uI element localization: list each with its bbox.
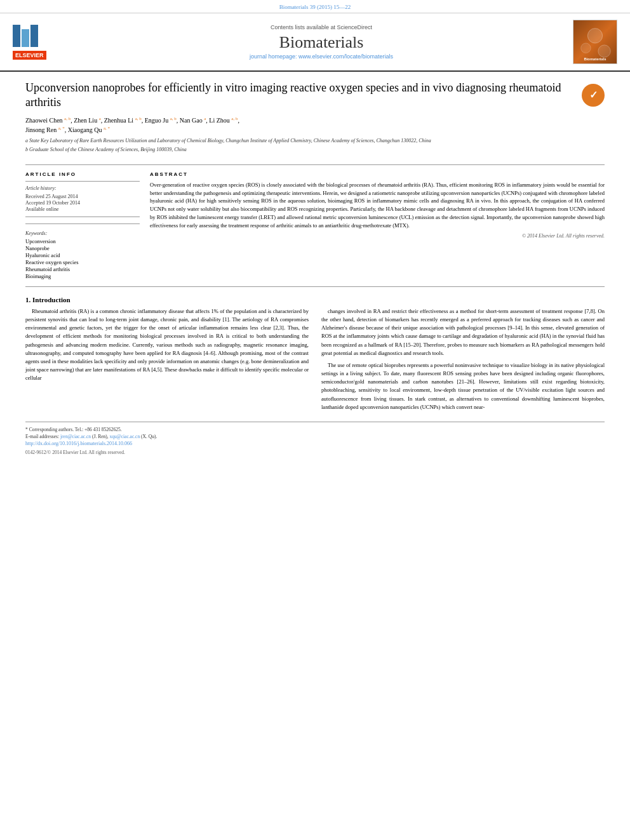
- elsevier-wordmark: ELSEVIER: [13, 51, 46, 60]
- intro-right-paragraph-2: The use of remote optical bioprobes repr…: [321, 361, 605, 411]
- intro-left-paragraph: Rheumatoid arthritis (RA) is a common ch…: [25, 307, 309, 383]
- article-main-title: Upconversion nanoprobes for efficiently …: [25, 81, 575, 110]
- article-title-text: Upconversion nanoprobes for efficiently …: [25, 81, 575, 154]
- affiliation-a: a State Key Laboratory of Rare Earth Res…: [25, 137, 575, 144]
- biomaterials-journal-cover: Biomaterials: [573, 20, 617, 64]
- intro-right-col: changes involved in RA and restrict thei…: [321, 307, 605, 415]
- keyword-1: Upconversion: [25, 238, 140, 244]
- journal-title: Biomaterials: [76, 33, 566, 52]
- introduction-title: 1. Introduction: [25, 296, 605, 303]
- svg-point-2: [581, 43, 591, 53]
- journal-homepage[interactable]: journal homepage: www.elsevier.com/locat…: [76, 53, 566, 60]
- history-label: Article history:: [25, 185, 140, 191]
- svg-point-3: [598, 45, 610, 57]
- elsevier-bars-decoration: [13, 25, 76, 47]
- journal-volume-ref: Biomaterials 39 (2015) 15—22: [279, 4, 351, 10]
- footnote-area: * Corresponding authors. Tel.: +86 431 8…: [25, 422, 605, 457]
- section-title: Introduction: [32, 296, 70, 303]
- article-info-header: article info: [25, 171, 140, 177]
- accepted-date: Accepted 19 October 2014: [25, 200, 140, 206]
- elsevier-bar-2: [22, 29, 29, 47]
- crossmark-icon: ✓: [582, 84, 605, 107]
- elsevier-bar-3: [30, 25, 38, 47]
- article-info-abstract: article info Article history: Received 2…: [25, 171, 605, 280]
- article-title-section: Upconversion nanoprobes for efficiently …: [25, 81, 605, 158]
- email-2[interactable]: xqu@ciac.ac.cn: [109, 434, 140, 439]
- issn-line: 0142-9612/© 2014 Elsevier Ltd. All right…: [25, 449, 605, 456]
- email-1-name: (J. Ren),: [92, 434, 110, 439]
- abstract-header: abstract: [150, 171, 605, 177]
- available-online: Available online: [25, 206, 140, 212]
- keyword-5: Rheumatoid arthritis: [25, 266, 140, 272]
- keywords-label: Keywords:: [25, 230, 140, 236]
- journal-header: ELSEVIER Contents lists available at Sci…: [0, 13, 630, 72]
- keyword-4: Reactive oxygen species: [25, 259, 140, 265]
- doi-link[interactable]: http://dx.doi.org/10.1016/j.biomaterials…: [25, 440, 605, 448]
- left-column: article info Article history: Received 2…: [25, 171, 140, 280]
- intro-right-paragraph-1: changes involved in RA and restrict thei…: [321, 307, 605, 357]
- article-history-box: Article history: Received 25 August 2014…: [25, 181, 140, 217]
- email-1[interactable]: jren@ciac.ac.cn: [60, 434, 91, 439]
- elsevier-bar-1: [13, 25, 20, 47]
- section-number: 1.: [25, 296, 30, 303]
- right-column: abstract Over-generation of reactive oxy…: [150, 171, 605, 280]
- contents-label: Contents lists available at ScienceDirec…: [271, 24, 372, 30]
- keyword-2: Nanoprobe: [25, 245, 140, 251]
- abstract-divider: [25, 286, 605, 287]
- introduction-section: 1. Introduction Rheumatoid arthritis (RA…: [25, 296, 605, 415]
- sciencedirect-line: Contents lists available at ScienceDirec…: [76, 24, 566, 30]
- affiliation-b: b Graduate School of the Chinese Academy…: [25, 146, 575, 153]
- info-divider: [25, 223, 140, 224]
- introduction-columns: Rheumatoid arthritis (RA) is a common ch…: [25, 307, 605, 415]
- received-date: Received 25 August 2014: [25, 194, 140, 199]
- keyword-6: Bioimaging: [25, 273, 140, 279]
- corresponding-authors-note: * Corresponding authors. Tel.: +86 431 8…: [25, 426, 605, 433]
- title-divider: [25, 164, 605, 165]
- page-wrapper: Biomaterials 39 (2015) 15—22 ELSEVIER Co…: [0, 0, 630, 840]
- intro-left-col: Rheumatoid arthritis (RA) is a common ch…: [25, 307, 309, 415]
- svg-text:✓: ✓: [589, 90, 598, 100]
- svg-text:Biomaterials: Biomaterials: [584, 57, 607, 61]
- main-content: Upconversion nanoprobes for efficiently …: [0, 72, 630, 465]
- journal-center: Contents lists available at ScienceDirec…: [76, 24, 566, 60]
- email-label: E-mail addresses:: [25, 434, 60, 439]
- authors-line: Zhaowei Chen a, b, Zhen Liu a, Zhenhua L…: [25, 116, 575, 135]
- top-reference: Biomaterials 39 (2015) 15—22: [0, 0, 630, 13]
- keyword-3: Hyaluronic acid: [25, 252, 140, 258]
- email-addresses: E-mail addresses: jren@ciac.ac.cn (J. Re…: [25, 433, 605, 440]
- keywords-box: Keywords: Upconversion Nanoprobe Hyaluro…: [25, 230, 140, 279]
- crossmark-badge[interactable]: ✓: [582, 84, 605, 107]
- email-2-name: (X. Qu).: [141, 434, 157, 439]
- copyright-line: © 2014 Elsevier Ltd. All rights reserved…: [150, 233, 605, 239]
- journal-logo-right: Biomaterials: [566, 20, 617, 64]
- svg-point-1: [587, 29, 602, 43]
- elsevier-logo: ELSEVIER: [13, 25, 76, 60]
- abstract-text: Over-generation of reactive oxygen speci…: [150, 181, 605, 230]
